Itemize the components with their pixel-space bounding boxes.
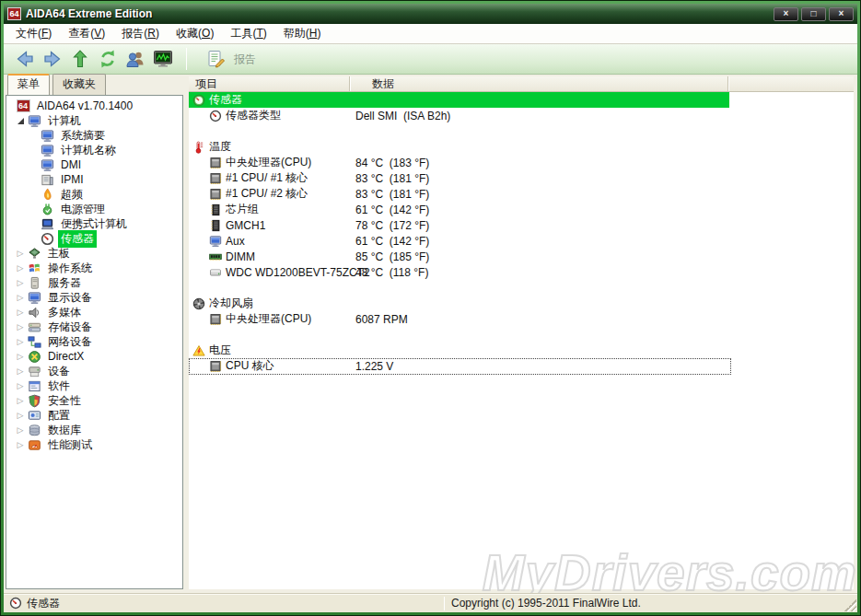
tree-item-4[interactable]: DMI: [6, 157, 182, 172]
aida64-logo-icon: 64: [7, 7, 21, 20]
sensor-list: 传感器传感器类型Dell SMI (ISA B2h)温度中央处理器(CPU)84…: [189, 92, 854, 589]
computer-icon: [40, 143, 54, 157]
back-button[interactable]: [14, 49, 36, 69]
title-bar[interactable]: 64 AIDA64 Extreme Edition ×□×: [4, 4, 857, 24]
sidebar-tab-0[interactable]: 菜单: [7, 74, 50, 95]
column-header-item[interactable]: 项目: [189, 76, 350, 91]
list-row-13[interactable]: 冷却风扇: [189, 296, 854, 311]
tree-item-5[interactable]: IPMI: [6, 172, 182, 187]
computer-icon: [208, 234, 222, 248]
list-row-0[interactable]: 传感器: [189, 92, 854, 108]
row-label: 芯片组: [226, 202, 259, 217]
sensor-panel-button[interactable]: [152, 49, 174, 69]
collapse-arrow-icon[interactable]: ▷: [14, 397, 27, 405]
status-page-label: 传感器: [27, 596, 60, 611]
tree-item-23[interactable]: ▷性能测试: [6, 437, 182, 452]
refresh-button[interactable]: [97, 49, 119, 69]
status-bar: 传感器 Copyright (c) 1995-2011 FinalWire Lt…: [4, 593, 857, 612]
tree-item-20[interactable]: ▷安全性: [6, 393, 182, 408]
tree-item-19[interactable]: ▷软件: [6, 378, 182, 393]
display-icon: [27, 290, 41, 305]
tree-item-11[interactable]: ▷操作系统: [6, 261, 182, 275]
row-label: 电压: [209, 343, 231, 358]
list-row-7[interactable]: 芯片组61 °C (142 °F): [189, 202, 854, 217]
collapse-arrow-icon[interactable]: ▷: [14, 382, 27, 390]
app-window: 64 AIDA64 Extreme Edition ×□× 文件(F)查看(V)…: [0, 0, 861, 616]
row-label: WDC WD1200BEVT-75ZCT2: [226, 266, 370, 279]
menu-item-f[interactable]: 文件(F): [7, 24, 60, 43]
list-row-9[interactable]: Aux61 °C (142 °F): [189, 233, 854, 249]
collapse-arrow-icon[interactable]: ▷: [14, 367, 27, 376]
copyright-text: Copyright (c) 1995-2011 FinalWire Ltd.: [445, 597, 857, 610]
column-header-data[interactable]: 数据: [350, 76, 728, 91]
list-row-1[interactable]: 传感器类型Dell SMI (ISA B2h): [189, 108, 854, 123]
report-button[interactable]: 报告: [196, 47, 262, 71]
list-header: 项目 数据: [189, 76, 854, 92]
chipset-icon: [208, 218, 222, 232]
collapse-arrow-icon[interactable]: ▷: [14, 426, 27, 435]
chip-icon: [208, 187, 222, 201]
collapse-arrow-icon[interactable]: ▷: [14, 441, 27, 449]
collapse-arrow-icon[interactable]: ▷: [14, 264, 27, 273]
tree-item-0[interactable]: 64AIDA64 v1.70.1400: [6, 99, 182, 113]
tree-item-9[interactable]: 传感器: [6, 231, 182, 246]
chip-icon: [208, 359, 222, 373]
storage-icon: [27, 320, 41, 334]
tree-item-3[interactable]: 计算机名称: [6, 143, 182, 157]
row-label: CPU 核心: [226, 358, 274, 374]
row-label: #1 CPU/ #2 核心: [226, 186, 308, 202]
chipset-icon: [208, 203, 222, 216]
collapse-arrow-icon[interactable]: ▷: [14, 338, 27, 346]
aida64-icon: 64: [16, 99, 30, 113]
minimize-button[interactable]: ×: [774, 7, 798, 21]
expand-arrow-icon[interactable]: [14, 118, 27, 124]
row-label: #1 CPU/ #1 核心: [226, 170, 308, 186]
list-row-14[interactable]: 中央处理器(CPU)6087 RPM: [189, 311, 854, 327]
selection-bar: [189, 92, 729, 108]
row-value: Dell SMI (ISA B2h): [355, 110, 450, 122]
collapse-arrow-icon[interactable]: ▷: [14, 294, 27, 302]
row-value: 61 °C (142 °F): [355, 203, 429, 216]
collapse-arrow-icon[interactable]: ▷: [14, 412, 27, 420]
window-controls: ×□×: [774, 7, 854, 21]
users-button[interactable]: [124, 49, 146, 69]
tree-item-13[interactable]: ▷显示设备: [6, 290, 182, 305]
menu-item-r[interactable]: 报告(R): [113, 24, 168, 43]
list-row-16[interactable]: 电压: [189, 343, 854, 358]
list-row-5[interactable]: #1 CPU/ #1 核心83 °C (181 °F): [189, 170, 854, 186]
list-row-6[interactable]: #1 CPU/ #2 核心83 °C (181 °F): [189, 186, 854, 202]
up-button[interactable]: [69, 49, 91, 69]
collapse-arrow-icon[interactable]: ▷: [14, 250, 27, 258]
list-row-8[interactable]: GMCH178 °C (172 °F): [189, 217, 854, 233]
collapse-arrow-icon[interactable]: ▷: [14, 323, 27, 331]
collapse-arrow-icon[interactable]: ▷: [14, 279, 27, 287]
maximize-button[interactable]: □: [801, 7, 826, 21]
tree-item-18[interactable]: ▷设备: [6, 364, 182, 378]
tree-item-16[interactable]: ▷网络设备: [6, 334, 182, 349]
row-label: DIMM: [226, 250, 255, 263]
row-value: 1.225 V: [355, 360, 393, 373]
menu-item-o[interactable]: 收藏(O): [168, 24, 222, 43]
ram-icon: [208, 250, 222, 263]
menu-item-h[interactable]: 帮助(H): [275, 24, 330, 43]
list-row-11[interactable]: WDC WD1200BEVT-75ZCT248 °C (118 °F): [189, 264, 854, 280]
shield-icon: [27, 393, 41, 408]
row-value: 61 °C (142 °F): [355, 235, 429, 248]
report-icon: [204, 49, 227, 69]
close-button[interactable]: ×: [829, 7, 854, 21]
resize-grip[interactable]: [844, 599, 856, 611]
list-row-3[interactable]: 温度: [189, 139, 854, 155]
tree-item-21[interactable]: ▷配置: [6, 408, 182, 423]
menu-item-v[interactable]: 查看(V): [60, 24, 113, 43]
tree-item-17[interactable]: ▷DirectX: [6, 349, 182, 364]
list-row-17[interactable]: CPU 核心1.225 V: [189, 358, 854, 374]
collapse-arrow-icon[interactable]: ▷: [14, 308, 27, 317]
sidebar-tab-1[interactable]: 收藏夹: [52, 74, 106, 95]
list-row-4[interactable]: 中央处理器(CPU)84 °C (183 °F): [189, 155, 854, 170]
row-value: 84 °C (183 °F): [355, 157, 429, 169]
forward-button[interactable]: [41, 49, 64, 69]
list-row-10[interactable]: DIMM85 °C (185 °F): [189, 249, 854, 264]
menu-item-t[interactable]: 工具(T): [222, 24, 274, 43]
computer-icon: [40, 128, 54, 143]
collapse-arrow-icon[interactable]: ▷: [14, 353, 27, 361]
